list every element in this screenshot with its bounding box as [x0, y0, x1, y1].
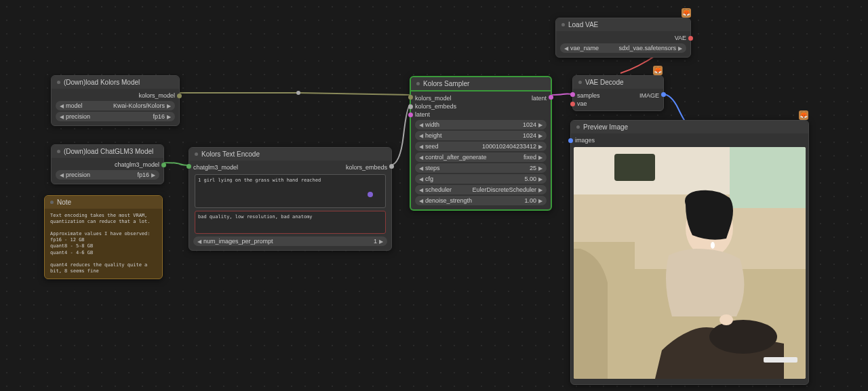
next-arrow-icon[interactable]: ▶	[538, 155, 542, 161]
svg-rect-10	[764, 357, 797, 363]
cursor-icon	[368, 192, 373, 197]
input-samples[interactable]: samples	[577, 92, 600, 99]
next-arrow-icon[interactable]: ▶	[167, 103, 171, 109]
input-chatglm-model[interactable]: chatglm3_model	[193, 164, 238, 171]
svg-rect-3	[614, 154, 655, 181]
node-title: Note	[57, 199, 71, 206]
widget-num-images[interactable]: ◀ num_images_per_prompt 1 ▶	[193, 236, 387, 246]
node-header[interactable]: Note	[45, 196, 162, 209]
widget-precision[interactable]: ◀ precision fp16 ▶	[56, 112, 175, 121]
node-title: Preview Image	[583, 123, 628, 131]
next-arrow-icon[interactable]: ▶	[678, 45, 682, 52]
next-arrow-icon[interactable]: ▶	[538, 165, 542, 171]
svg-point-8	[709, 320, 777, 354]
widget-vae-name[interactable]: ◀ vae_name sdxl_vae.safetensors ▶	[560, 43, 686, 53]
node-header[interactable]: Preview Image	[571, 121, 808, 133]
prompt-input[interactable]: 1 girl lying on the grass with hand reac…	[195, 174, 386, 208]
widget-seed[interactable]: ◀ seed 1000102404233412 ▶	[415, 142, 547, 151]
widget-steps[interactable]: ◀ steps 25 ▶	[415, 163, 547, 173]
node-header[interactable]: VAE Decode	[573, 76, 663, 89]
output-kolors-embeds[interactable]: kolors_embeds	[346, 164, 387, 171]
widget-cfg[interactable]: ◀ cfg 5.00 ▶	[415, 174, 547, 184]
widget-model[interactable]: ◀ model Kwai-Kolors/Kolors ▶	[56, 101, 175, 110]
widget-precision[interactable]: ◀ precision fp16 ▶	[56, 170, 159, 180]
node-sampler[interactable]: Kolors Sampler kolors_model latent kolor…	[410, 76, 552, 211]
node-kolors-model[interactable]: (Down)load Kolors Model kolors_model ◀ m…	[51, 75, 180, 126]
next-arrow-icon[interactable]: ▶	[151, 172, 155, 178]
node-vae-decode[interactable]: VAE Decode samples IMAGE vae	[572, 75, 664, 111]
node-header[interactable]: Kolors Sampler	[411, 77, 551, 91]
next-arrow-icon[interactable]: ▶	[538, 198, 542, 204]
widget-height[interactable]: ◀ height 1024 ▶	[415, 131, 547, 140]
node-text-encode[interactable]: Kolors Text Encode chatglm3_model kolors…	[189, 147, 392, 251]
svg-point-0	[296, 91, 300, 95]
next-arrow-icon[interactable]: ▶	[538, 133, 542, 139]
emoji-badge-icon: 🦊	[799, 110, 808, 120]
node-note[interactable]: Note Text encoding takes the most VRAM, …	[44, 195, 163, 279]
widget-denoise[interactable]: ◀ denoise_strength 1.00 ▶	[415, 196, 547, 205]
input-kolors-model[interactable]: kolors_model	[415, 95, 452, 102]
input-vae[interactable]: vae	[573, 100, 663, 108]
next-arrow-icon[interactable]: ▶	[538, 144, 542, 150]
svg-point-7	[711, 242, 715, 249]
node-chatglm-model[interactable]: (Down)load ChatGLM3 Model chatglm3_model…	[51, 144, 164, 184]
node-header[interactable]: Kolors Text Encode	[189, 148, 391, 161]
next-arrow-icon[interactable]: ▶	[379, 239, 383, 245]
svg-rect-4	[730, 147, 806, 208]
next-arrow-icon[interactable]: ▶	[167, 114, 171, 120]
widget-width[interactable]: ◀ width 1024 ▶	[415, 120, 547, 129]
output-image[interactable]: IMAGE	[639, 92, 659, 99]
node-header[interactable]: Load VAE	[556, 18, 690, 31]
input-kolors-embeds[interactable]: kolors_embeds	[411, 102, 551, 110]
node-title: (Down)load ChatGLM3 Model	[64, 148, 153, 155]
node-preview[interactable]: Preview Image images	[570, 120, 809, 385]
widget-scheduler[interactable]: ◀ scheduler EulerDiscreteScheduler ▶	[415, 185, 547, 194]
output-kolors-model[interactable]: kolors_model	[52, 91, 179, 100]
note-text[interactable]: Text encoding takes the most VRAM, quant…	[45, 209, 162, 279]
next-arrow-icon[interactable]: ▶	[538, 176, 542, 182]
input-latent[interactable]: latent	[411, 110, 551, 119]
next-arrow-icon[interactable]: ▶	[538, 187, 542, 193]
node-header[interactable]: (Down)load ChatGLM3 Model	[52, 145, 163, 158]
emoji-badge-icon: 🦊	[682, 8, 691, 18]
emoji-badge-icon: 🦊	[653, 66, 663, 75]
widget-control[interactable]: ◀ control_after_generate fixed ▶	[415, 152, 547, 162]
node-title: Kolors Text Encode	[201, 150, 260, 158]
svg-point-9	[719, 314, 733, 325]
node-header[interactable]: (Down)load Kolors Model	[52, 76, 179, 89]
node-title: (Down)load Kolors Model	[64, 79, 140, 86]
node-load-vae[interactable]: Load VAE VAE ◀ vae_name sdxl_vae.safeten…	[555, 18, 691, 58]
node-title: Kolors Sampler	[423, 80, 469, 87]
preview-image[interactable]	[574, 147, 806, 379]
negative-prompt-input[interactable]: bad quality, low resolution, bad anatomy	[195, 211, 386, 234]
output-latent[interactable]: latent	[532, 95, 547, 102]
node-title: Load VAE	[568, 21, 598, 28]
output-chatglm-model[interactable]: chatglm3_model	[52, 161, 163, 169]
output-vae[interactable]: VAE	[556, 34, 690, 42]
node-title: VAE Decode	[585, 79, 624, 86]
input-images[interactable]: images	[571, 136, 808, 144]
next-arrow-icon[interactable]: ▶	[538, 122, 542, 128]
